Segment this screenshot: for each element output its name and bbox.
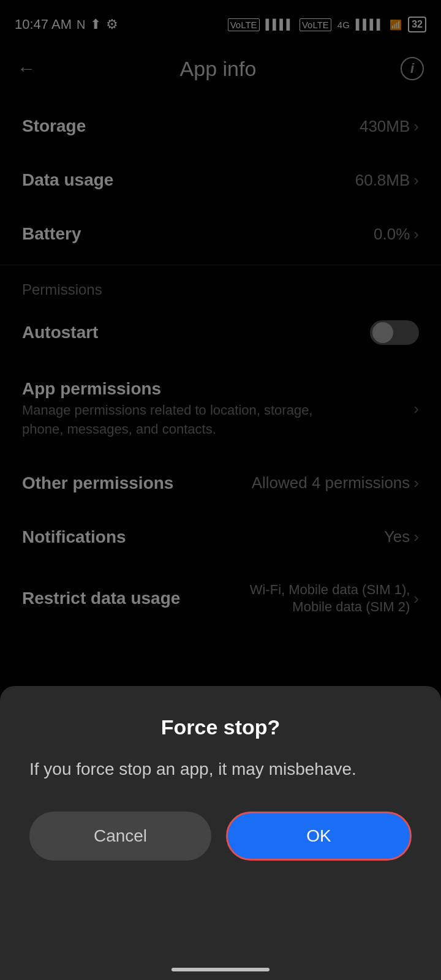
other-permissions-item-left: Other permissions (22, 473, 173, 493)
storage-item-right: 430MB › (360, 117, 419, 136)
app-permissions-item-left: App permissions Manage permissions relat… (22, 379, 316, 439)
restrict-data-usage-item-left: Restrict data usage (22, 589, 180, 608)
dialog-body: If you force stop an app, it may misbeha… (29, 756, 356, 782)
data-usage-item-right: 60.8MB › (355, 171, 419, 190)
battery-value: 0.0% (374, 225, 410, 244)
app-permissions-label: App permissions (22, 379, 316, 399)
restrict-data-usage-item[interactable]: Restrict data usage Wi-Fi, Mobile data (… (0, 564, 441, 633)
time-display: 10:47 AM (15, 17, 72, 32)
volte-icon-2: VoLTE (300, 18, 331, 31)
status-bar-right: VoLTE ▌▌▌▌ VoLTE 4G ▌▌▌▌ 📶 32 (228, 17, 426, 32)
restrict-data-usage-chevron-icon: › (413, 589, 419, 608)
netflix-icon: N (77, 18, 85, 32)
autostart-item[interactable]: Autostart (0, 303, 441, 362)
data-usage-chevron-icon: › (413, 171, 419, 190)
data-usage-item-left: Data usage (22, 170, 113, 190)
storage-item[interactable]: Storage 430MB › (0, 99, 441, 153)
data-usage-label: Data usage (22, 170, 113, 190)
battery-icon: 32 (408, 17, 426, 32)
app-permissions-sublabel: Manage permissions related to location, … (22, 401, 316, 439)
upload-icon: ⬆ (90, 17, 101, 32)
signal-icon-2: ▌▌▌▌ (356, 19, 383, 30)
status-bar-left: 10:47 AM N ⬆ ⚙ (15, 17, 118, 32)
other-permissions-item-right: Allowed 4 permissions › (252, 473, 419, 492)
restrict-data-usage-item-right: Wi-Fi, Mobile data (SIM 1), Mobile data … (214, 581, 419, 616)
permissions-section-label: Permissions (0, 269, 441, 303)
battery-item-left: Battery (22, 224, 81, 244)
storage-value: 430MB (360, 117, 410, 136)
battery-chevron-icon: › (413, 225, 419, 244)
data-usage-item[interactable]: Data usage 60.8MB › (0, 153, 441, 207)
force-stop-dialog: Force stop? If you force stop an app, it… (0, 686, 441, 980)
battery-item[interactable]: Battery 0.0% › (0, 207, 441, 261)
back-button[interactable]: ← (17, 58, 36, 79)
restrict-data-usage-label: Restrict data usage (22, 589, 180, 608)
network-4g-icon: 4G (337, 20, 350, 30)
battery-item-right: 0.0% › (374, 225, 419, 244)
restrict-data-usage-value: Wi-Fi, Mobile data (SIM 1), Mobile data … (214, 581, 410, 616)
battery-label: Battery (22, 224, 81, 244)
cancel-button[interactable]: Cancel (29, 812, 211, 861)
dialog-buttons: Cancel OK (29, 812, 412, 861)
storage-item-left: Storage (22, 116, 86, 136)
page-title: App info (180, 57, 257, 81)
notifications-item-left: Notifications (22, 527, 126, 547)
storage-label: Storage (22, 116, 86, 136)
notifications-item-right: Yes › (384, 527, 419, 546)
other-permissions-label: Other permissions (22, 473, 173, 493)
ok-button[interactable]: OK (226, 812, 412, 861)
autostart-toggle[interactable] (370, 320, 419, 345)
data-usage-value: 60.8MB (355, 171, 410, 190)
autostart-item-left: Autostart (22, 323, 98, 342)
home-indicator (172, 968, 270, 971)
dialog-title: Force stop? (29, 715, 412, 739)
main-content: Storage 430MB › Data usage 60.8MB › Batt… (0, 93, 441, 639)
wifi-icon: 📶 (390, 19, 402, 31)
notifications-value: Yes (384, 527, 410, 546)
notifications-item[interactable]: Notifications Yes › (0, 510, 441, 564)
info-button[interactable]: i (401, 57, 424, 80)
autostart-toggle-knob (372, 322, 393, 343)
volte-icon: VoLTE (228, 18, 260, 31)
storage-chevron-icon: › (413, 117, 419, 136)
app-permissions-chevron-icon: › (413, 399, 419, 418)
notifications-label: Notifications (22, 527, 126, 547)
signal-icon-1: ▌▌▌▌ (266, 19, 293, 30)
other-permissions-value: Allowed 4 permissions (252, 473, 410, 492)
settings-icon: ⚙ (106, 17, 118, 32)
other-permissions-item[interactable]: Other permissions Allowed 4 permissions … (0, 456, 441, 510)
app-permissions-item[interactable]: App permissions Manage permissions relat… (0, 362, 441, 456)
divider-1 (0, 265, 441, 265)
top-navigation: ← App info i (0, 44, 441, 93)
status-bar: 10:47 AM N ⬆ ⚙ VoLTE ▌▌▌▌ VoLTE 4G ▌▌▌▌ … (0, 0, 441, 44)
other-permissions-chevron-icon: › (413, 473, 419, 492)
notifications-chevron-icon: › (413, 527, 419, 546)
autostart-label: Autostart (22, 323, 98, 342)
